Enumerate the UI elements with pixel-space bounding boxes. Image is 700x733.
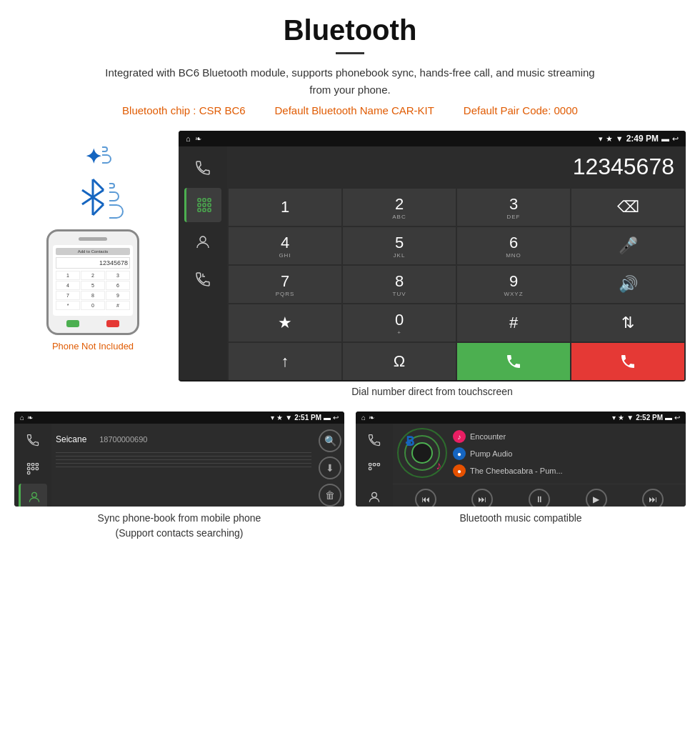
svg-rect-18 xyxy=(31,464,34,466)
key-6[interactable]: 6MNO xyxy=(457,227,570,264)
contacts-battery-icon: ▬ xyxy=(324,414,331,422)
page-header: Bluetooth Integrated with BC6 Bluetooth … xyxy=(0,0,700,124)
track-2[interactable]: ● Pump Audio xyxy=(453,445,681,462)
music-sb-dialpad[interactable] xyxy=(360,455,389,482)
key-0[interactable]: 0+ xyxy=(343,304,456,341)
contacts-sb-contacts[interactable] xyxy=(19,484,47,507)
contacts-dialpad-icon xyxy=(26,462,40,476)
key-star[interactable]: ★ xyxy=(229,304,341,341)
dial-app: 12345678 1 2ABC 3DEF ⌫ 4GHI 5JKL 6MNO 🎤 … xyxy=(179,146,686,380)
music-sb-phone[interactable] xyxy=(360,427,389,454)
mini-key-0[interactable]: 0 xyxy=(81,301,105,310)
mini-key-3[interactable]: 3 xyxy=(106,271,130,280)
contacts-back-icon[interactable]: ↩ xyxy=(333,414,339,422)
ctrl-play-pause[interactable]: ⏸ xyxy=(529,489,550,507)
track-1[interactable]: ♪ Encounter xyxy=(453,428,681,445)
back-icon[interactable]: ↩ xyxy=(672,134,679,144)
home-icon[interactable]: ⌂ xyxy=(186,134,191,143)
sidebar-contacts[interactable] xyxy=(184,225,221,259)
mini-key-9[interactable]: 9 xyxy=(106,291,130,300)
key-mute[interactable]: 🎤 xyxy=(571,227,684,264)
key-3[interactable]: 3DEF xyxy=(457,189,570,226)
contacts-sb-phone[interactable] xyxy=(19,427,47,454)
mini-call-btn[interactable] xyxy=(66,320,79,327)
contacts-caption: Sync phone-book from mobile phone (Suppo… xyxy=(14,511,344,606)
key-hash[interactable]: # xyxy=(457,304,570,341)
mini-key-5[interactable]: 5 xyxy=(81,281,105,290)
key-4[interactable]: 4GHI xyxy=(229,227,341,264)
sidebar-recent[interactable] xyxy=(184,262,221,296)
main-screen-area: ⌂ ❧ ▾ ★ ▼ 2:49 PM ▬ ↩ xyxy=(179,131,686,397)
key-1[interactable]: 1 xyxy=(229,189,341,226)
contacts-caption-line2: (Support contacts searching) xyxy=(116,527,244,539)
contacts-status-right: ▾ ★ ▼ 2:51 PM ▬ ↩ xyxy=(271,414,339,422)
car-screen-main: ⌂ ❧ ▾ ★ ▼ 2:49 PM ▬ ↩ xyxy=(179,131,686,382)
mini-key-hash[interactable]: # xyxy=(106,301,130,310)
delete-contact-btn[interactable]: 🗑 xyxy=(319,484,341,507)
key-7[interactable]: 7PQRS xyxy=(229,266,341,303)
dialpad-svg-icon xyxy=(196,196,213,214)
mini-key-8[interactable]: 8 xyxy=(81,291,105,300)
contacts-sb-dialpad[interactable] xyxy=(19,455,47,482)
key-volume[interactable]: 🔊 xyxy=(571,266,684,303)
svg-rect-6 xyxy=(203,199,206,201)
music-back-icon[interactable]: ↩ xyxy=(674,414,680,422)
key-call-answer[interactable] xyxy=(457,343,570,380)
key-merge[interactable]: ↑ xyxy=(229,343,341,380)
music-sb-contacts[interactable] xyxy=(360,484,389,507)
ctrl-skip-fwd[interactable]: ▶ xyxy=(586,489,607,507)
contacts-caption-line1: Sync phone-book from mobile phone xyxy=(98,512,261,524)
music-contacts-icon xyxy=(367,490,381,504)
bluetooth-status-icon: ★ xyxy=(606,134,613,144)
recent-svg-icon xyxy=(194,271,211,288)
track-3[interactable]: ● The Cheebacabra - Pum... xyxy=(453,462,681,479)
svg-rect-23 xyxy=(28,472,30,474)
music-content: Ƀ ♪ ♪ Encounter ● Pump Audio xyxy=(393,424,686,507)
ctrl-prev-track[interactable]: ⏮ xyxy=(415,489,436,507)
key-swap[interactable]: Ω xyxy=(343,343,456,380)
track-icon-1: ♪ xyxy=(453,430,466,443)
ctrl-next-track[interactable]: ⏭ xyxy=(642,489,664,507)
track-name-2: Pump Audio xyxy=(470,449,512,458)
track-icon-3: ● xyxy=(453,464,466,477)
key-5[interactable]: 5JKL xyxy=(343,227,456,264)
mini-end-btn[interactable] xyxy=(106,320,119,327)
search-contact-btn[interactable]: 🔍 xyxy=(319,429,341,452)
bt-wave-large xyxy=(102,154,111,164)
key-9[interactable]: 9WXYZ xyxy=(457,266,570,303)
contact-number: 18700000690 xyxy=(99,435,147,444)
mini-key-7[interactable]: 7 xyxy=(56,291,80,300)
phone-svg-icon xyxy=(194,159,211,176)
key-transfer[interactable]: ⇅ xyxy=(571,304,684,341)
title-divider xyxy=(336,52,364,54)
call-end-icon xyxy=(619,353,636,370)
music-usb-icon: ❧ xyxy=(369,414,374,422)
key-8[interactable]: 8TUV xyxy=(343,266,456,303)
contacts-home-icon[interactable]: ⌂ xyxy=(20,414,24,422)
music-svg-icon xyxy=(194,308,211,325)
mini-key-2[interactable]: 2 xyxy=(81,271,105,280)
contacts-svg-icon xyxy=(194,234,211,251)
number-display: 12345678 xyxy=(227,146,686,187)
contact-actions: 🔍 ⬇ 🗑 xyxy=(316,424,344,507)
ctrl-skip-back[interactable]: ⏭ xyxy=(471,489,493,507)
sidebar-music[interactable] xyxy=(184,299,221,334)
sidebar-phone[interactable] xyxy=(184,151,221,185)
key-backspace[interactable]: ⌫ xyxy=(571,189,684,226)
mini-key-6[interactable]: 6 xyxy=(106,281,130,290)
bluetooth-svg xyxy=(75,176,111,219)
mini-key-1[interactable]: 1 xyxy=(56,271,80,280)
svg-point-31 xyxy=(372,492,377,497)
music-card-body: Ƀ ♪ ♪ Encounter ● Pump Audio xyxy=(356,424,686,507)
mini-key-4[interactable]: 4 xyxy=(56,281,80,290)
page-title: Bluetooth xyxy=(43,14,657,46)
download-contact-btn[interactable]: ⬇ xyxy=(319,457,341,479)
dial-sidebar xyxy=(179,146,227,380)
key-call-end[interactable] xyxy=(571,343,684,380)
music-home-icon[interactable]: ⌂ xyxy=(361,414,366,422)
svg-rect-19 xyxy=(36,464,38,466)
key-2[interactable]: 2ABC xyxy=(343,189,456,226)
music-card-area: ⌂ ❧ ▾ ★ ▼ 2:52 PM ▬ ↩ xyxy=(356,412,686,605)
sidebar-dialpad[interactable] xyxy=(184,188,221,222)
mini-key-star[interactable]: * xyxy=(56,301,80,310)
